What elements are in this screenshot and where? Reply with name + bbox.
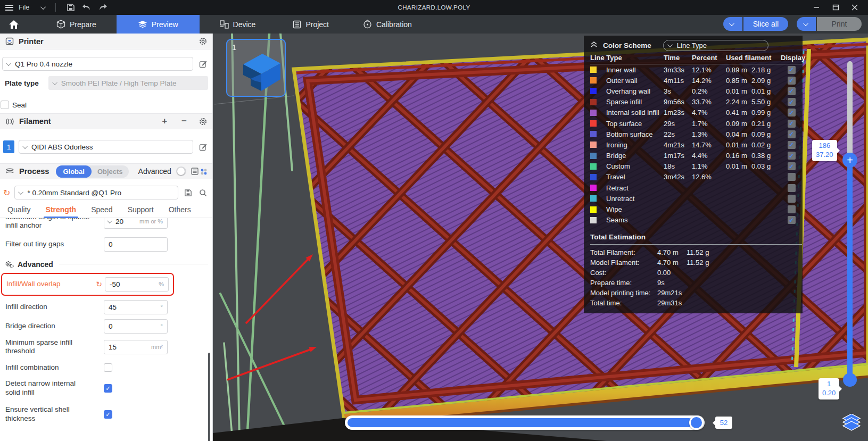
- remove-filament-button[interactable]: −: [181, 116, 187, 127]
- display-checkbox[interactable]: ✓: [788, 77, 796, 85]
- seal-checkbox[interactable]: [1, 101, 9, 109]
- filter-tiny-gaps-input[interactable]: 0: [104, 237, 168, 252]
- tab-device[interactable]: Device: [206, 15, 270, 34]
- display-checkbox[interactable]: [788, 173, 796, 181]
- search-icon[interactable]: [197, 187, 208, 198]
- tab-prepare[interactable]: Prepare: [43, 15, 110, 34]
- undo-icon[interactable]: [81, 2, 92, 13]
- file-menu[interactable]: File: [19, 4, 29, 11]
- home-button[interactable]: [0, 15, 28, 34]
- collapse-panel-icon[interactable]: [590, 40, 598, 50]
- save-preset-icon[interactable]: [183, 187, 193, 198]
- step-slider-handle[interactable]: [689, 415, 704, 430]
- line-type-name: Retract: [606, 184, 664, 192]
- tab-speed[interactable]: Speed: [84, 205, 120, 218]
- layers-view-icon[interactable]: [842, 414, 861, 433]
- advanced-toggle[interactable]: [176, 167, 186, 176]
- plate-number: 1: [232, 43, 236, 52]
- legend-row: Retract: [590, 182, 803, 193]
- display-checkbox[interactable]: ✓: [788, 109, 796, 117]
- display-checkbox[interactable]: ✓: [788, 120, 796, 128]
- display-checkbox[interactable]: ✓: [788, 216, 796, 224]
- print-dropdown-button[interactable]: [797, 17, 816, 31]
- printer-settings-gear-icon[interactable]: [199, 37, 207, 45]
- process-tab-strip: Quality Strength Speed Support Others: [0, 203, 212, 218]
- print-button[interactable]: Print: [817, 17, 862, 31]
- tab-strength[interactable]: Strength: [38, 205, 84, 218]
- infill-direction-input[interactable]: 45 °: [104, 300, 168, 314]
- infill-combination-checkbox[interactable]: [104, 363, 112, 372]
- filament-settings-gear-icon[interactable]: [199, 118, 207, 126]
- tab-quality[interactable]: Quality: [0, 205, 38, 218]
- advanced-gears-icon: [5, 261, 14, 268]
- filament-icon: [5, 118, 14, 126]
- plate-thumbnail[interactable]: 1: [226, 39, 286, 97]
- add-filament-button[interactable]: +: [162, 116, 167, 127]
- redo-icon[interactable]: [97, 2, 108, 13]
- filament-slot-number[interactable]: 1: [3, 140, 14, 153]
- line-time: 1m17s: [664, 152, 692, 160]
- line-time: 3s: [664, 87, 692, 95]
- layer-slider-bottom-handle[interactable]: [843, 373, 857, 387]
- chevron-down-icon[interactable]: [40, 4, 46, 10]
- reset-value-icon[interactable]: ↻: [93, 280, 105, 288]
- minimize-button[interactable]: [811, 2, 822, 13]
- preview-3d-viewport[interactable]: 1 Color Scheme Line Type Line TypeTime P…: [213, 34, 868, 441]
- tab-calibration[interactable]: Calibration: [349, 15, 426, 34]
- line-filament-weight: 5.50 g: [751, 98, 781, 106]
- printer-icon: [5, 37, 14, 45]
- line-color-swatch: [590, 195, 597, 202]
- line-type-table-body: Inner wall3m33s12.1%0.89 m2.18 g✓Outer w…: [590, 64, 803, 226]
- display-checkbox[interactable]: ✓: [788, 87, 796, 95]
- sidebar-scrollbar[interactable]: [208, 353, 210, 441]
- display-checkbox[interactable]: [788, 184, 796, 192]
- min-sparse-infill-threshold-input[interactable]: 15 mm²: [104, 340, 168, 354]
- step-slider[interactable]: [345, 415, 705, 430]
- close-button[interactable]: [849, 2, 861, 13]
- display-checkbox[interactable]: ✓: [788, 98, 796, 106]
- plate-type-dropdown[interactable]: Smooth PEI Plate / High Temp Plate: [48, 76, 208, 90]
- slice-dropdown-button[interactable]: [723, 17, 742, 31]
- object-settings-icon[interactable]: [200, 166, 207, 177]
- line-type-name: Wipe: [606, 205, 664, 213]
- maximize-button[interactable]: [830, 2, 841, 13]
- line-time: 9m56s: [664, 98, 692, 106]
- edit-filament-icon[interactable]: [197, 142, 208, 152]
- legend-row: Inner wall3m33s12.1%0.89 m2.18 g✓: [590, 64, 803, 75]
- global-toggle-option[interactable]: Global: [56, 165, 91, 178]
- sync-preset-icon[interactable]: ↻: [3, 188, 10, 198]
- layer-range-slider[interactable]: [847, 61, 853, 380]
- bridge-direction-input[interactable]: 0 °: [104, 319, 168, 334]
- tab-others[interactable]: Others: [161, 205, 199, 218]
- display-checkbox[interactable]: ✓: [788, 66, 796, 74]
- edit-printer-icon[interactable]: [197, 59, 208, 69]
- display-checkbox[interactable]: ✓: [788, 141, 796, 149]
- menu-icon[interactable]: [5, 5, 13, 11]
- filament-preset-combo[interactable]: QIDI ABS Odorless: [19, 140, 193, 154]
- display-checkbox[interactable]: ✓: [788, 130, 796, 138]
- printer-preset-combo[interactable]: Q1 Pro 0.4 nozzle: [2, 57, 193, 71]
- infill-wall-overlap-input[interactable]: -50 %: [105, 277, 169, 292]
- objects-toggle-option[interactable]: Objects: [92, 165, 129, 178]
- display-checkbox[interactable]: [788, 195, 796, 203]
- detect-narrow-infill-checkbox[interactable]: ✓: [104, 384, 112, 393]
- total-value-1: 29m21s: [657, 289, 687, 297]
- legend-row: Top surface29s1.7%0.09 m0.21 g✓: [590, 118, 803, 129]
- slice-all-button[interactable]: Slice all: [743, 17, 788, 31]
- divider: [55, 3, 56, 12]
- tab-preview[interactable]: Preview: [117, 15, 200, 34]
- process-preset-combo[interactable]: * 0.20mm Standard @Q1 Pro: [14, 186, 178, 199]
- tab-support[interactable]: Support: [120, 205, 161, 218]
- save-icon[interactable]: [65, 2, 76, 13]
- ensure-vertical-shell-checkbox[interactable]: ✓: [104, 410, 112, 419]
- parameter-list-icon[interactable]: [191, 166, 199, 177]
- tab-project[interactable]: Project: [279, 15, 343, 34]
- color-scheme-dropdown[interactable]: Line Type: [663, 40, 768, 51]
- display-checkbox[interactable]: [788, 205, 796, 213]
- sparse-infill-anchor-input[interactable]: 20 mm or %: [104, 218, 168, 229]
- total-estimation-title: Total Estimation: [590, 233, 803, 241]
- line-color-swatch: [590, 77, 597, 84]
- display-checkbox[interactable]: ✓: [788, 162, 796, 170]
- layer-slider-top-handle[interactable]: +: [842, 153, 857, 168]
- display-checkbox[interactable]: ✓: [788, 152, 796, 160]
